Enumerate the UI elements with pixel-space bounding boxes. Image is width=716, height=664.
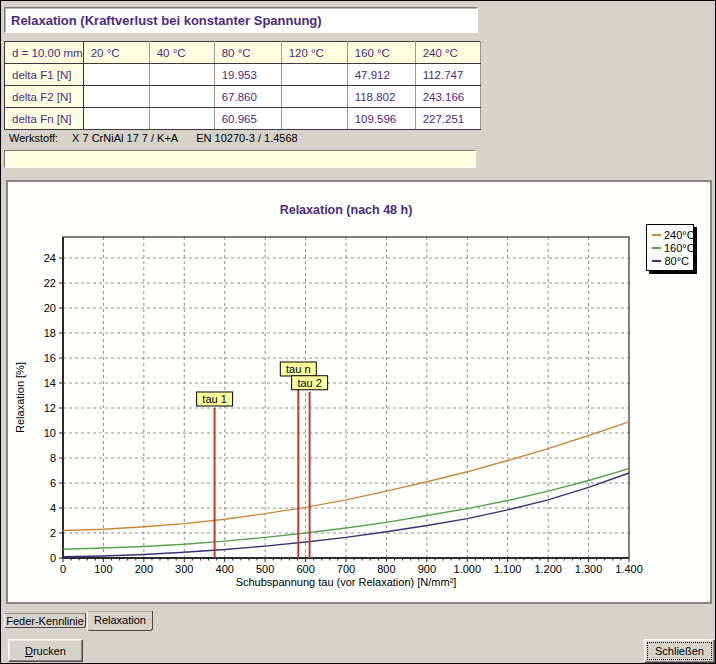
marker-label-text: tau n	[286, 363, 310, 375]
y-tick-label: 20	[44, 302, 56, 314]
relaxation-chart: 01002003004005006007008009001.0001.1001.…	[8, 182, 710, 602]
material-label: Werkstoff:	[9, 132, 58, 144]
legend-line-sample	[652, 234, 661, 236]
legend-entry: 80°C	[652, 254, 689, 267]
x-tick-label: 700	[337, 563, 355, 575]
row-label: delta F2 [N]	[5, 86, 84, 108]
value-cell	[149, 64, 214, 86]
value-cell: 109.596	[347, 108, 415, 130]
value-cell: 60.965	[214, 108, 281, 130]
y-tick-label: 14	[44, 377, 56, 389]
x-tick-label: 1.000	[454, 563, 482, 575]
column-header: 40 °C	[149, 42, 214, 64]
value-cell	[83, 108, 149, 130]
legend-label: 160°C	[664, 242, 695, 254]
x-tick-label: 100	[94, 563, 112, 575]
y-tick-label: 24	[44, 252, 56, 264]
x-tick-label: 400	[216, 563, 234, 575]
x-tick-label: 800	[377, 563, 395, 575]
y-tick-label: 18	[44, 327, 56, 339]
relaxation-chart-panel: 01002003004005006007008009001.0001.1001.…	[6, 180, 712, 604]
table-corner-cell: d = 10.00 mm	[5, 42, 84, 64]
x-tick-label: 600	[296, 563, 314, 575]
y-tick-label: 8	[50, 452, 56, 464]
material-standard: EN 10270-3 / 1.4568	[196, 132, 298, 144]
y-tick-label: 22	[44, 277, 56, 289]
y-tick-label: 2	[50, 527, 56, 539]
y-tick-label: 6	[50, 477, 56, 489]
relaxation-window: Relaxation (Kraftverlust bei konstanter …	[0, 0, 716, 664]
x-tick-label: 1.200	[534, 563, 562, 575]
column-header: 20 °C	[83, 42, 149, 64]
value-cell	[83, 86, 149, 108]
print-button[interactable]: Drucken	[8, 639, 83, 662]
y-tick-label: 0	[50, 552, 56, 564]
tab-feder-kennlinie[interactable]: Feder-Kennlinie	[4, 613, 86, 628]
table-row: delta F2 [N]67.860118.802243.166	[5, 86, 481, 108]
chart-title: Relaxation (nach 48 h)	[280, 203, 413, 217]
legend-line-sample	[652, 247, 661, 249]
marker-label-text: tau 2	[297, 377, 321, 389]
chart-legend: 240°C160°C80°C	[646, 224, 694, 271]
y-axis-title: Relaxation [%]	[14, 362, 26, 433]
y-tick-label: 16	[44, 352, 56, 364]
y-tick-label: 12	[44, 402, 56, 414]
page-title: Relaxation (Kraftverlust bei konstanter …	[4, 7, 478, 33]
value-cell: 118.802	[347, 86, 415, 108]
value-cell: 227.251	[415, 108, 480, 130]
legend-label: 240°C	[664, 229, 695, 241]
x-tick-label: 1.400	[615, 563, 643, 575]
focus-rectangle	[648, 643, 711, 659]
table-row: delta F1 [N]19.95347.912112.747	[5, 64, 481, 86]
column-header: 160 °C	[347, 42, 415, 64]
close-button[interactable]: Schließen	[644, 639, 715, 663]
value-cell	[281, 64, 347, 86]
value-cell	[149, 108, 214, 130]
x-tick-label: 300	[175, 563, 193, 575]
legend-entry: 160°C	[652, 241, 689, 254]
temperature-table: d = 10.00 mm20 °C40 °C80 °C120 °C160 °C2…	[4, 41, 481, 130]
row-label: delta Fn [N]	[5, 108, 84, 130]
value-cell: 67.860	[214, 86, 281, 108]
notes-field[interactable]	[4, 150, 476, 168]
x-tick-label: 1.300	[575, 563, 603, 575]
marker-label-text: tau 1	[202, 393, 226, 405]
x-tick-label: 0	[60, 563, 66, 575]
x-tick-label: 1.100	[494, 563, 522, 575]
value-cell	[281, 86, 347, 108]
value-cell: 243.166	[415, 86, 480, 108]
x-tick-label: 200	[135, 563, 153, 575]
value-cell: 112.747	[415, 64, 480, 86]
value-cell: 19.953	[214, 64, 281, 86]
x-tick-label: 500	[256, 563, 274, 575]
material-grade: X 7 CrNiAl 17 7 / K+A	[72, 132, 178, 144]
column-header: 80 °C	[214, 42, 281, 64]
y-tick-label: 4	[50, 502, 56, 514]
tab-relaxation[interactable]: Relaxation	[87, 611, 153, 631]
column-header: 120 °C	[281, 42, 347, 64]
bottom-tabstrip: Feder-KennlinieRelaxation	[1, 611, 716, 635]
legend-entry: 240°C	[652, 228, 689, 241]
legend-line-sample	[652, 260, 661, 262]
y-tick-label: 10	[44, 427, 56, 439]
value-cell	[83, 64, 149, 86]
column-header: 240 °C	[415, 42, 480, 64]
x-tick-label: 900	[418, 563, 436, 575]
table-row: delta Fn [N]60.965109.596227.251	[5, 108, 481, 130]
value-cell	[149, 86, 214, 108]
value-cell: 47.912	[347, 64, 415, 86]
legend-label: 80°C	[664, 255, 689, 267]
x-axis-title: Schubspannung tau (vor Relaxation) [N/mm…	[236, 576, 457, 588]
value-cell	[281, 108, 347, 130]
row-label: delta F1 [N]	[5, 64, 84, 86]
material-row: Werkstoff:X 7 CrNiAl 17 7 / K+AEN 10270-…	[9, 132, 475, 147]
